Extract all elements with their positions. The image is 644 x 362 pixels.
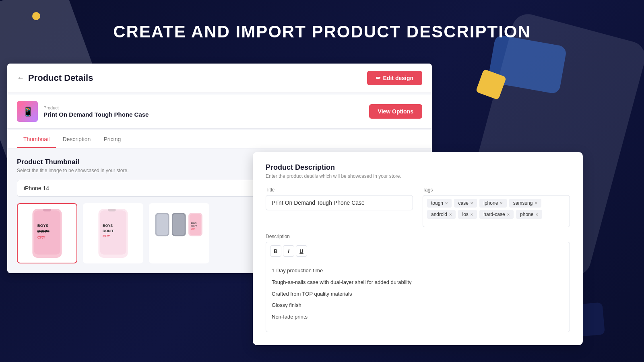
bg-decor-dot-yellow [32,12,40,20]
tag-remove-android[interactable]: × [449,212,452,217]
desc-line-1: 1-Day production time [272,265,564,277]
product-thumbnail-icon: 📱 [17,101,38,122]
tag-label: tough [431,200,443,206]
desc-line-3: Crafted from TOP quality materials [272,288,564,300]
tag-remove-phone[interactable]: × [535,212,538,217]
page-title: CREATE AND IMPORT PRODUCT DESCRIPTION [0,22,644,41]
title-field-label: Title [266,187,413,193]
svg-text:DON'T: DON'T [37,229,50,233]
tag-remove-case[interactable]: × [471,201,473,206]
desc-card-title: Product Description [266,163,570,172]
bold-button[interactable]: B [270,245,281,257]
edit-design-button[interactable]: ✏ Edit design [367,71,422,85]
italic-button[interactable]: I [283,245,294,257]
form-group-tags: Tags tough × case × iphone × samsung × [423,187,570,227]
form-row-title-tags: Title Tags tough × case × iphone × [266,187,570,227]
tag-case: case × [454,199,477,208]
editor-toolbar: B I U [266,242,570,260]
editor-body[interactable]: 1-Day production time Tough-as-nails cas… [266,260,570,332]
svg-text:DON'T: DON'T [103,229,114,233]
svg-text:BOYS: BOYS [37,223,49,228]
dropdown-value: iPhone 14 [24,185,49,191]
tab-description[interactable]: Description [56,130,97,148]
tab-pricing[interactable]: Pricing [97,130,127,148]
edit-icon: ✏ [376,75,381,81]
svg-text:BOYS: BOYS [191,222,197,224]
svg-text:CRY: CRY [103,234,110,238]
tag-label: case [458,200,468,206]
desc-line-5: Non-fade prints [272,311,564,323]
tag-remove-iphone[interactable]: × [500,201,502,206]
svg-text:BOYS: BOYS [103,224,113,228]
svg-text:CRY: CRY [37,235,46,239]
tag-hard-case: hard-case × [479,210,514,219]
card-header-title: Product Details [28,73,93,83]
tag-android: android × [427,210,456,219]
tag-tough: tough × [427,199,452,208]
back-arrow-icon[interactable]: ← [17,74,24,82]
edit-design-label: Edit design [383,75,413,81]
product-description-card: Product Description Enter the product de… [253,152,583,345]
desc-line-2: Tough-as-nails case with dual-layer shel… [272,277,564,288]
card-header: ← Product Details ✏ Edit design [7,64,432,93]
thumbnail-item-3[interactable]: BOYS DON'T CRY [149,203,209,263]
product-info-bar: 📱 Product Print On Demand Tough Phone Ca… [7,95,432,129]
tag-phone: phone × [516,210,542,219]
svg-text:CRY: CRY [191,228,195,230]
card-header-left: ← Product Details [17,73,93,83]
tag-ios: ios × [458,210,477,219]
tag-remove-samsung[interactable]: × [535,201,537,206]
product-info-left: 📱 Product Print On Demand Tough Phone Ca… [17,101,149,122]
tab-thumbnail[interactable]: Thumbnail [17,130,56,148]
tag-label: samsung [513,200,533,206]
tag-iphone: iphone × [479,199,506,208]
tag-remove-ios[interactable]: × [471,212,473,217]
tag-label: ios [462,212,468,217]
desc-line-4: Glossy finish [272,300,564,311]
tag-label: hard-case [483,212,505,217]
svg-rect-13 [108,209,116,212]
desc-card-subtitle: Enter the product details which will be … [266,173,570,179]
svg-rect-15 [157,214,168,235]
product-label: Product [43,105,149,110]
svg-rect-19 [190,214,201,235]
tag-label: android [431,212,447,217]
svg-rect-17 [173,214,185,235]
description-editor: B I U 1-Day production time Tough-as-nai… [266,242,570,332]
tabs-bar: Thumbnail Description Pricing [7,130,432,148]
underline-button[interactable]: U [296,245,307,257]
thumbnail-item-2[interactable]: BOYS DON'T CRY [83,203,143,263]
svg-rect-7 [43,209,51,212]
product-name: Print On Demand Tough Phone Case [43,111,149,118]
tags-container: tough × case × iphone × samsung × androi… [423,195,570,227]
product-info-text: Product Print On Demand Tough Phone Case [43,105,149,118]
tags-field-label: Tags [423,187,570,193]
svg-text:📱: 📱 [23,106,34,117]
underline-icon: U [299,248,303,254]
tag-remove-hard-case[interactable]: × [507,212,510,217]
title-input[interactable] [266,195,413,210]
view-options-button[interactable]: View Options [369,104,422,119]
tag-remove-tough[interactable]: × [445,201,448,206]
tag-label: iphone [483,200,498,206]
form-group-title: Title [266,187,413,227]
svg-text:DON'T: DON'T [191,225,197,227]
description-field-label: Description [266,234,570,239]
tag-samsung: samsung × [509,199,541,208]
thumbnail-item-1[interactable]: BOYS DON'T CRY [17,203,77,263]
italic-icon: I [288,248,289,254]
tag-label: phone [520,212,533,217]
